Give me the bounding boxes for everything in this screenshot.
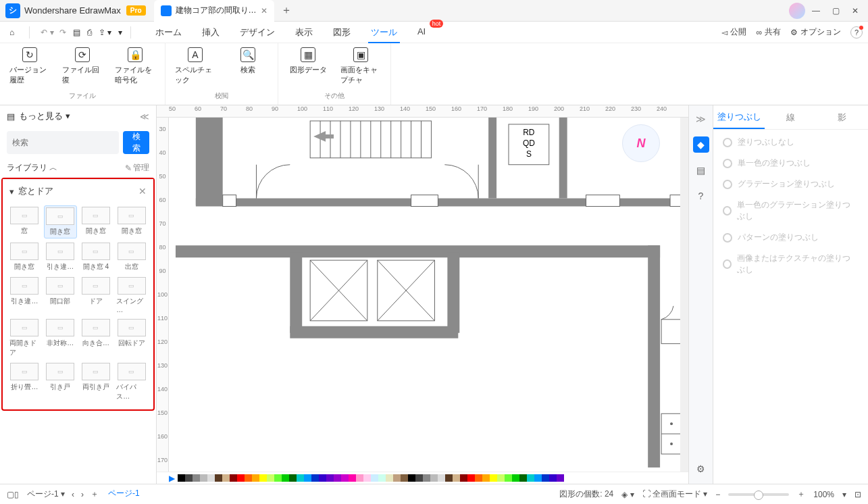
undo-icon[interactable]: ↶ ▾ (41, 28, 53, 37)
color-swatch[interactable] (445, 474, 453, 482)
color-swatch[interactable] (423, 474, 430, 482)
color-swatch[interactable] (542, 474, 549, 482)
menu-ai[interactable]: AI hot (415, 22, 428, 43)
color-swatch[interactable] (497, 474, 505, 482)
color-swatch[interactable] (534, 474, 542, 482)
menu-home[interactable]: ホーム (153, 22, 184, 43)
fill-option[interactable]: 単一色のグラデーション塗りつぶし (723, 199, 859, 222)
publish-button[interactable]: ◅ 公開 (721, 26, 746, 38)
recover-button[interactable]: ⟳ファイル回復 (62, 47, 103, 85)
encrypt-button[interactable]: 🔒ファイルを暗号化 (115, 47, 155, 85)
shape-item[interactable]: ▭両引き戸 (80, 361, 113, 403)
history-button[interactable]: ↻バージョン履歴 (9, 47, 50, 85)
help-tool-icon[interactable]: ? (693, 188, 709, 204)
menu-shape[interactable]: 図形 (330, 22, 353, 43)
color-swatch[interactable] (557, 474, 564, 482)
close-icon[interactable]: ✕ (852, 6, 859, 16)
tab-fill[interactable]: 塗りつぶし (713, 105, 765, 129)
color-swatch[interactable] (222, 474, 230, 482)
option-button[interactable]: ⚙ オプション (790, 26, 841, 38)
maximize-icon[interactable]: ▢ (832, 6, 840, 16)
next-page-icon[interactable]: › (81, 490, 84, 499)
color-swatch[interactable] (430, 474, 438, 482)
color-swatch[interactable] (512, 474, 519, 482)
color-swatch[interactable] (282, 474, 289, 482)
color-swatch[interactable] (408, 474, 415, 482)
color-swatch[interactable] (475, 474, 482, 482)
color-swatch[interactable] (460, 474, 467, 482)
shape-item[interactable]: ▭開き窓 (44, 205, 77, 238)
save-icon[interactable]: ▤ (73, 28, 80, 37)
zoom-out-icon[interactable]: − (715, 490, 720, 499)
fill-option[interactable]: パターンの塗りつぶし (723, 232, 859, 243)
color-swatch[interactable] (289, 474, 297, 482)
color-swatch[interactable] (467, 474, 475, 482)
menu-view[interactable]: 表示 (292, 22, 315, 43)
shape-item[interactable]: ▭引き戸 (44, 361, 77, 403)
color-swatch[interactable] (378, 474, 386, 482)
shape-item[interactable]: ▭引き違… (44, 241, 77, 273)
export-icon[interactable]: ⇪ ▾ (99, 28, 111, 37)
minimize-icon[interactable]: — (812, 6, 820, 16)
color-swatch[interactable] (519, 474, 527, 482)
color-swatch[interactable] (178, 474, 185, 482)
shape-item[interactable]: ▭引き違… (8, 276, 41, 315)
share-button[interactable]: ∞ 共有 (756, 26, 781, 38)
color-swatch[interactable] (185, 474, 193, 482)
shape-item[interactable]: ▭向き合… (80, 318, 113, 359)
color-swatch[interactable] (371, 474, 378, 482)
style-tool-icon[interactable]: ◆ (693, 136, 709, 153)
category-header[interactable]: ▾ 窓とドア ✕ (3, 180, 153, 203)
color-swatch[interactable] (207, 474, 215, 482)
home-icon[interactable]: ⌂ (5, 25, 18, 40)
menu-insert[interactable]: 挿入 (199, 22, 222, 43)
shape-search-button[interactable]: 検索 (123, 131, 149, 154)
page-selector[interactable]: ページ-1 ▾ (27, 488, 65, 500)
color-swatch[interactable] (259, 474, 267, 482)
color-swatch[interactable] (193, 474, 200, 482)
user-avatar[interactable] (789, 3, 805, 19)
manage-button[interactable]: ✎管理 (125, 162, 149, 174)
shape-item[interactable]: ▭ドア (80, 276, 113, 315)
shape-item[interactable]: ▭非対称… (44, 318, 77, 359)
document-tab[interactable]: 建物コア部の間取り… ✕ (154, 0, 274, 22)
shape-item[interactable]: ▭両開きドア (8, 318, 41, 359)
shape-item[interactable]: ▭開き窓 (8, 241, 41, 273)
color-swatch[interactable] (245, 474, 252, 482)
category-close-icon[interactable]: ✕ (138, 186, 147, 197)
settings-gear-icon[interactable]: ⚙ (693, 461, 709, 477)
tab-line[interactable]: 線 (765, 105, 816, 129)
color-swatch[interactable] (393, 474, 401, 482)
color-swatch[interactable] (274, 474, 282, 482)
expand-right-icon[interactable]: ≫ (693, 111, 709, 127)
tab-shadow[interactable]: 影 (817, 105, 868, 129)
library-label[interactable]: ライブラリ ︿ (7, 162, 57, 174)
color-swatch[interactable] (401, 474, 408, 482)
color-swatch[interactable] (267, 474, 274, 482)
shape-item[interactable]: ▭開き窓 (80, 205, 113, 238)
color-swatch[interactable] (386, 474, 393, 482)
fill-option[interactable]: グラデーション塗りつぶし (723, 178, 859, 190)
color-swatch[interactable] (482, 474, 490, 482)
page-tool-icon[interactable]: ▤ (693, 162, 709, 178)
more-dropdown[interactable]: もっと見る ▾ (19, 110, 70, 122)
zoom-in-icon[interactable]: ＋ (797, 488, 805, 500)
prev-page-icon[interactable]: ‹ (72, 490, 74, 499)
shape-item[interactable]: ▭開き窓 (115, 205, 148, 238)
fill-option[interactable]: 塗りつぶしなし (723, 136, 859, 148)
color-swatch[interactable] (490, 474, 497, 482)
color-swatch[interactable] (415, 474, 423, 482)
layers-icon[interactable]: ◈ ▾ (621, 490, 634, 499)
color-swatch[interactable] (334, 474, 341, 482)
color-swatch[interactable] (304, 474, 311, 482)
color-swatch[interactable] (356, 474, 363, 482)
shape-item[interactable]: ▭開き窓 4 (80, 241, 113, 273)
drawing-canvas[interactable]: RD QD S (169, 118, 680, 472)
shape-item[interactable]: ▭折り畳… (8, 361, 41, 403)
menu-design[interactable]: デザイン (237, 22, 278, 43)
add-page-icon[interactable]: ＋ (91, 488, 99, 500)
shape-item[interactable]: ▭窓 (8, 205, 41, 238)
ai-assistant-badge[interactable]: N (622, 124, 660, 162)
fill-option[interactable]: 画像またはテクスチャの塗りつぶし (723, 253, 859, 276)
layout-toggle-icon[interactable]: ▢▯ (7, 490, 19, 499)
